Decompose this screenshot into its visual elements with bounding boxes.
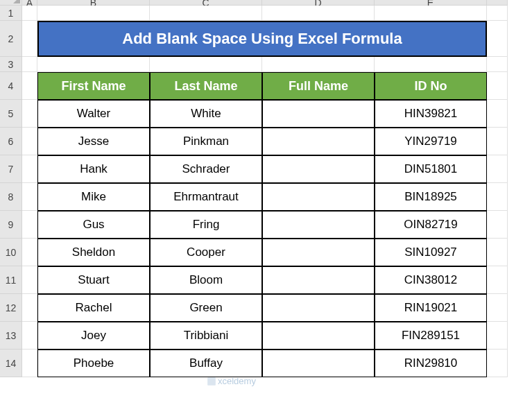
- cell-last-10[interactable]: Cooper: [150, 239, 262, 266]
- cell-a5[interactable]: [22, 100, 37, 128]
- cell-full-12[interactable]: [262, 294, 375, 322]
- cell-full-5[interactable]: [262, 100, 375, 128]
- cell-first-5[interactable]: Walter: [37, 100, 150, 128]
- cell-f9[interactable]: [487, 211, 508, 239]
- cell-a4[interactable]: [22, 72, 37, 100]
- cell-a11[interactable]: [22, 266, 37, 294]
- cell-id-13[interactable]: FIN289151: [375, 322, 487, 350]
- cell-c1[interactable]: [150, 6, 262, 21]
- cell-d1[interactable]: [262, 6, 375, 21]
- cell-full-11[interactable]: [262, 266, 375, 294]
- cell-id-9[interactable]: OIN82719: [375, 211, 487, 239]
- cell-last-12[interactable]: Green: [150, 294, 262, 322]
- title-cell[interactable]: Add Blank Space Using Excel Formula: [37, 21, 487, 57]
- row-header-1[interactable]: 1: [0, 6, 22, 21]
- cell-full-13[interactable]: [262, 322, 375, 350]
- cell-f2[interactable]: [487, 21, 508, 57]
- header-id-no[interactable]: ID No: [375, 72, 487, 100]
- cell-a3[interactable]: [22, 57, 37, 72]
- cell-id-8[interactable]: BIN18925: [375, 183, 487, 211]
- cell-c3[interactable]: [150, 57, 262, 72]
- cell-last-9[interactable]: Fring: [150, 211, 262, 239]
- cell-first-9[interactable]: Gus: [37, 211, 150, 239]
- row-header-12[interactable]: 12: [0, 294, 22, 322]
- cell-f13[interactable]: [487, 322, 508, 350]
- cell-f5[interactable]: [487, 100, 508, 128]
- cell-first-13[interactable]: Joey: [37, 322, 150, 350]
- select-all-corner[interactable]: [0, 0, 22, 6]
- row-header-4[interactable]: 4: [0, 72, 22, 100]
- cell-f12[interactable]: [487, 294, 508, 322]
- cell-f1[interactable]: [487, 6, 508, 21]
- row-header-3[interactable]: 3: [0, 57, 22, 72]
- cell-id-14[interactable]: RIN29810: [375, 350, 487, 377]
- cell-last-13[interactable]: Tribbiani: [150, 322, 262, 350]
- cell-b3[interactable]: [37, 57, 150, 72]
- cell-last-5[interactable]: White: [150, 100, 262, 128]
- cell-id-10[interactable]: SIN10927: [375, 239, 487, 266]
- cell-a9[interactable]: [22, 211, 37, 239]
- cell-f8[interactable]: [487, 183, 508, 211]
- row-header-2[interactable]: 2: [0, 21, 22, 57]
- cell-a7[interactable]: [22, 155, 37, 183]
- row-header-11[interactable]: 11: [0, 266, 22, 294]
- cell-first-6[interactable]: Jesse: [37, 128, 150, 155]
- cell-id-11[interactable]: CIN38012: [375, 266, 487, 294]
- cell-last-6[interactable]: Pinkman: [150, 128, 262, 155]
- row-header-6[interactable]: 6: [0, 128, 22, 155]
- cell-last-11[interactable]: Bloom: [150, 266, 262, 294]
- col-header-c[interactable]: C: [150, 0, 262, 6]
- row-header-13[interactable]: 13: [0, 322, 22, 350]
- header-first-name[interactable]: First Name: [37, 72, 150, 100]
- header-full-name[interactable]: Full Name: [262, 72, 375, 100]
- cell-a13[interactable]: [22, 322, 37, 350]
- cell-full-8[interactable]: [262, 183, 375, 211]
- cell-a2[interactable]: [22, 21, 37, 57]
- cell-f3[interactable]: [487, 57, 508, 72]
- cell-f14[interactable]: [487, 350, 508, 377]
- row-header-14[interactable]: 14: [0, 350, 22, 377]
- col-header-a[interactable]: A: [22, 0, 37, 6]
- cell-full-9[interactable]: [262, 211, 375, 239]
- cell-full-14[interactable]: [262, 350, 375, 377]
- cell-first-14[interactable]: Phoebe: [37, 350, 150, 377]
- cell-full-6[interactable]: [262, 128, 375, 155]
- col-header-extra[interactable]: [487, 0, 508, 6]
- header-last-name[interactable]: Last Name: [150, 72, 262, 100]
- col-header-e[interactable]: E: [375, 0, 487, 6]
- cell-a1[interactable]: [22, 6, 37, 21]
- cell-d3[interactable]: [262, 57, 375, 72]
- cell-a12[interactable]: [22, 294, 37, 322]
- cell-last-14[interactable]: Buffay: [150, 350, 262, 377]
- cell-first-10[interactable]: Sheldon: [37, 239, 150, 266]
- cell-f11[interactable]: [487, 266, 508, 294]
- cell-first-12[interactable]: Rachel: [37, 294, 150, 322]
- cell-a6[interactable]: [22, 128, 37, 155]
- cell-id-5[interactable]: HIN39821: [375, 100, 487, 128]
- cell-e3[interactable]: [375, 57, 487, 72]
- cell-first-7[interactable]: Hank: [37, 155, 150, 183]
- cell-f10[interactable]: [487, 239, 508, 266]
- col-header-b[interactable]: B: [37, 0, 150, 6]
- cell-e1[interactable]: [375, 6, 487, 21]
- cell-full-7[interactable]: [262, 155, 375, 183]
- cell-f6[interactable]: [487, 128, 508, 155]
- row-header-5[interactable]: 5: [0, 100, 22, 128]
- row-header-10[interactable]: 10: [0, 239, 22, 266]
- cell-a14[interactable]: [22, 350, 37, 377]
- cell-id-12[interactable]: RIN19021: [375, 294, 487, 322]
- row-header-7[interactable]: 7: [0, 155, 22, 183]
- cell-f4[interactable]: [487, 72, 508, 100]
- col-header-d[interactable]: D: [262, 0, 375, 6]
- cell-id-6[interactable]: YIN29719: [375, 128, 487, 155]
- cell-b1[interactable]: [37, 6, 150, 21]
- cell-a8[interactable]: [22, 183, 37, 211]
- cell-a10[interactable]: [22, 239, 37, 266]
- cell-full-10[interactable]: [262, 239, 375, 266]
- cell-f7[interactable]: [487, 155, 508, 183]
- row-header-8[interactable]: 8: [0, 183, 22, 211]
- cell-id-7[interactable]: DIN51801: [375, 155, 487, 183]
- cell-first-11[interactable]: Stuart: [37, 266, 150, 294]
- cell-last-8[interactable]: Ehrmantraut: [150, 183, 262, 211]
- cell-first-8[interactable]: Mike: [37, 183, 150, 211]
